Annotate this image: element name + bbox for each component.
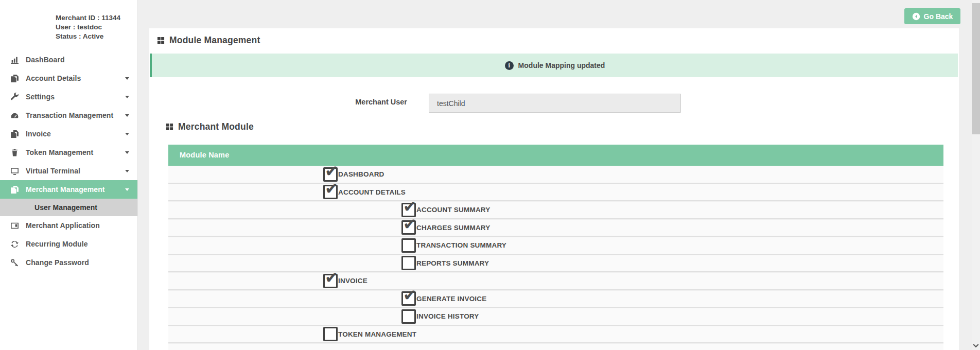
key-icon [10, 258, 21, 267]
chevron-down-icon [125, 133, 129, 135]
checkbox-invoice-history[interactable]: ✔ [401, 309, 416, 324]
sidebar-item-change-password[interactable]: Change Password [0, 253, 137, 272]
sidebar: Merchant ID : 11344 User : testdoc Statu… [0, 0, 138, 350]
alert-text: Module Mapping updated [518, 61, 605, 69]
table-row: ✔ DASHBOARD [168, 166, 943, 184]
scroll-down-arrow-icon[interactable] [972, 343, 979, 349]
table-row-partial [168, 343, 943, 350]
table-header: Module Name [168, 145, 943, 166]
check-icon: ✔ [325, 163, 338, 179]
chevron-down-icon [125, 151, 129, 154]
bar-chart-icon [10, 56, 21, 64]
gauge-icon [10, 111, 21, 120]
merchant-module-title: Merchant Module [166, 121, 254, 132]
go-back-label: Go Back [924, 12, 953, 21]
checkbox-account-details[interactable]: ✔ [323, 185, 338, 199]
monitor-icon [10, 167, 21, 176]
wrench-icon [10, 93, 21, 101]
merchant-id-text: Merchant ID : 11344 [56, 13, 120, 23]
chevron-down-icon [125, 170, 129, 172]
table-row: ✔ GENERATE INVOICE [168, 290, 943, 308]
checkbox-token-management[interactable]: ✔ [323, 327, 338, 341]
sidebar-item-merchant-application[interactable]: Merchant Application [0, 216, 137, 235]
chevron-down-icon [125, 114, 129, 117]
checkbox-charges-summary[interactable]: ✔ [401, 220, 416, 235]
main-panel: Module Management i Module Mapping updat… [149, 28, 959, 350]
checkbox-reports-summary[interactable]: ✔ [401, 256, 416, 270]
module-rows: ✔ DASHBOARD ✔ ACCOUNT DETAILS ✔ ACCOUNT … [168, 166, 943, 343]
files-icon [10, 185, 21, 194]
sidebar-item-dashboard[interactable]: DashBoard [0, 50, 137, 69]
scrollbar-thumb[interactable] [972, 3, 980, 134]
table-row: ✔ INVOICE HISTORY [168, 308, 943, 326]
merchant-status-text: Status : Active [56, 32, 120, 41]
sidebar-item-settings[interactable]: Settings [0, 87, 137, 106]
table-row: ✔ TRANSACTION SUMMARY [168, 237, 943, 255]
sidebar-nav: DashBoard Account Details Settings Trans… [0, 50, 137, 272]
check-icon: ✔ [325, 181, 338, 197]
checkbox-invoice[interactable]: ✔ [323, 274, 338, 288]
info-icon: i [505, 61, 514, 70]
page-title: Module Management [157, 35, 260, 46]
card-icon [10, 221, 21, 230]
go-back-button[interactable]: Go Back [904, 8, 960, 24]
table-row: ✔ REPORTS SUMMARY [168, 255, 943, 273]
files-icon [10, 74, 21, 83]
merchant-info: Merchant ID : 11344 User : testdoc Statu… [56, 13, 120, 41]
check-icon: ✔ [403, 216, 416, 232]
sidebar-item-virtual-terminal[interactable]: Virtual Terminal [0, 162, 137, 180]
sidebar-item-token-management[interactable]: Token Management [0, 143, 137, 162]
chevron-down-icon [125, 77, 129, 80]
table-row: ✔ CHARGES SUMMARY [168, 219, 943, 237]
chevron-down-icon [125, 188, 129, 191]
sidebar-item-user-management[interactable]: User Management [0, 199, 137, 216]
merchant-user-text: User : testdoc [56, 23, 120, 32]
table-row: ✔ INVOICE [168, 272, 943, 290]
success-alert: i Module Mapping updated [150, 54, 958, 77]
files-icon [10, 130, 21, 138]
merchant-user-label: Merchant User [304, 98, 407, 106]
sidebar-item-transaction-management[interactable]: Transaction Management [0, 106, 137, 125]
arrow-left-circle-icon [912, 12, 920, 21]
merchant-user-input[interactable] [429, 94, 681, 113]
checkbox-generate-invoice[interactable]: ✔ [401, 291, 416, 306]
table-row: ✔ ACCOUNT DETAILS [168, 184, 943, 202]
sidebar-item-merchant-management[interactable]: Merchant Management [0, 180, 137, 199]
check-icon: ✔ [403, 287, 416, 303]
grid-icon [157, 37, 165, 44]
check-icon: ✔ [403, 199, 416, 215]
sidebar-item-recurring-module[interactable]: Recurring Module [0, 235, 137, 253]
refresh-icon [10, 240, 21, 249]
chevron-down-icon [125, 96, 129, 98]
sidebar-item-account-details[interactable]: Account Details [0, 69, 137, 87]
table-row: ✔ TOKEN MANAGEMENT [168, 326, 943, 344]
table-row: ✔ ACCOUNT SUMMARY [168, 201, 943, 219]
checkbox-transaction-summary[interactable]: ✔ [401, 238, 416, 253]
bucket-icon [10, 148, 21, 157]
sidebar-item-invoice[interactable]: Invoice [0, 125, 137, 143]
check-icon: ✔ [325, 270, 338, 286]
module-table: Module Name ✔ DASHBOARD ✔ ACCOUNT DETAIL… [168, 145, 943, 350]
grid-icon [166, 123, 173, 131]
vertical-scrollbar[interactable] [972, 0, 980, 350]
